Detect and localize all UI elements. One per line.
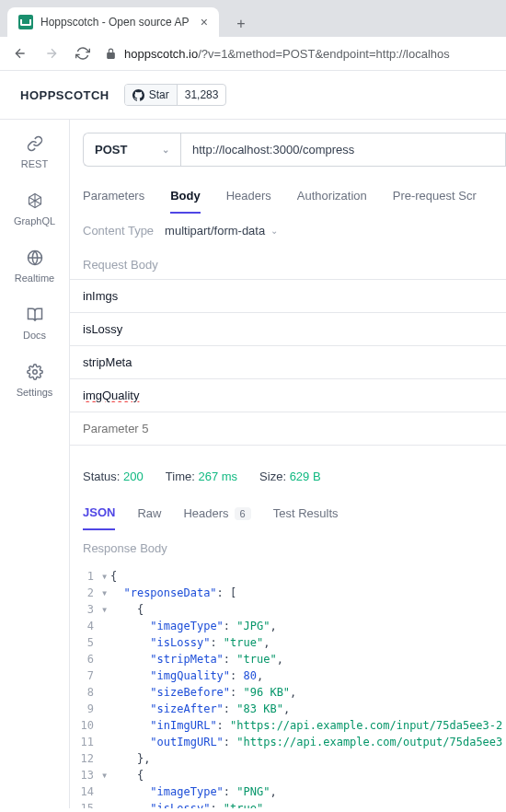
- github-star-button[interactable]: Star: [125, 85, 178, 105]
- lock-icon: [105, 48, 117, 60]
- headers-count-badge: 6: [235, 507, 251, 520]
- tab-headers[interactable]: Headers: [226, 183, 271, 214]
- fold-icon: [101, 717, 110, 734]
- tab-headers[interactable]: Headers 6: [183, 501, 250, 529]
- request-bar: POST ⌄ http://localhost:3000/compress: [70, 120, 506, 180]
- line-number: 5: [70, 634, 101, 651]
- fold-icon[interactable]: ▾: [101, 568, 110, 585]
- fold-icon: [101, 618, 110, 634]
- sidebar-item-label: Realtime: [15, 273, 54, 284]
- code-line: 15 "isLossy": "true",: [70, 800, 506, 808]
- sidebar-item-label: Settings: [17, 387, 53, 398]
- browser-tab[interactable]: Hoppscotch - Open source AP ×: [7, 7, 219, 37]
- sidebar: RESTGraphQLRealtimeDocsSettings: [0, 120, 70, 808]
- content-type-label: Content Type: [83, 224, 154, 238]
- param-row: [70, 313, 506, 346]
- close-icon[interactable]: ×: [201, 15, 208, 29]
- globe-icon: [26, 249, 44, 267]
- tab-test-results[interactable]: Test Results: [273, 501, 339, 529]
- code-line: 1▾{: [70, 568, 506, 585]
- code-line: 7 "imgQuality": 80,: [70, 667, 506, 684]
- fold-icon[interactable]: ▾: [101, 585, 110, 601]
- back-button[interactable]: [11, 44, 29, 63]
- fold-icon: [101, 800, 110, 808]
- size-value: 629 B: [290, 470, 321, 483]
- content-type-select[interactable]: multipart/form-data ⌄: [165, 224, 278, 238]
- fold-icon: [101, 684, 110, 701]
- line-number: 7: [70, 667, 101, 684]
- graphql-icon: [26, 191, 44, 210]
- fold-icon: [101, 783, 110, 800]
- line-number: 4: [70, 618, 101, 634]
- param-row: [70, 379, 506, 412]
- code-line: 11 "outImgURL": "https://api.example.com…: [70, 734, 506, 750]
- chevron-down-icon: ⌄: [162, 145, 169, 155]
- code-line: 3▾ {: [70, 601, 506, 618]
- fold-icon: [101, 750, 110, 767]
- forward-button[interactable]: [42, 44, 61, 63]
- sidebar-item-label: REST: [21, 158, 48, 169]
- sidebar-item-rest[interactable]: REST: [21, 134, 48, 169]
- github-star[interactable]: Star 31,283: [124, 84, 227, 106]
- code-line: 13▾ {: [70, 767, 506, 783]
- fold-icon: [101, 701, 110, 717]
- code-line: 6 "stripMeta": "true",: [70, 651, 506, 667]
- sidebar-item-docs[interactable]: Docs: [23, 306, 46, 341]
- code-line: 8 "sizeBefore": "96 KB",: [70, 684, 506, 701]
- method-select[interactable]: POST ⌄: [83, 133, 180, 167]
- tab-raw[interactable]: Raw: [137, 501, 161, 529]
- param-key-input[interactable]: [83, 422, 493, 435]
- tab-authorization[interactable]: Authorization: [297, 183, 367, 214]
- response-tabs: JSON Raw Headers 6 Test Results: [70, 494, 506, 530]
- browser-chrome: Hoppscotch - Open source AP × + hoppscot…: [0, 0, 506, 71]
- line-number: 13: [70, 767, 101, 783]
- tab-parameters[interactable]: Parameters: [83, 183, 144, 214]
- main-panel: POST ⌄ http://localhost:3000/compress Pa…: [70, 120, 506, 808]
- content-type-row: Content Type multipart/form-data ⌄: [70, 215, 506, 247]
- code-line: 5 "isLossy": "true",: [70, 634, 506, 651]
- code-line: 2▾ "responseData": [: [70, 585, 506, 601]
- param-key-input[interactable]: [83, 322, 493, 336]
- fold-icon[interactable]: ▾: [101, 601, 110, 618]
- response-status: Status: 200 Time: 267 ms Size: 629 B: [70, 446, 506, 494]
- fold-icon[interactable]: ▾: [101, 767, 110, 783]
- sidebar-item-label: Docs: [23, 330, 46, 341]
- param-key-input[interactable]: [83, 289, 493, 303]
- response-code: 1▾{2▾ "responseData": [3▾ {4 "imageType"…: [70, 563, 506, 808]
- fold-icon: [101, 651, 110, 667]
- tab-pre-request-scr[interactable]: Pre-request Scr: [393, 183, 477, 214]
- new-tab-button[interactable]: +: [228, 11, 254, 37]
- svg-point-1: [32, 370, 37, 375]
- sidebar-item-settings[interactable]: Settings: [17, 363, 53, 398]
- reload-button[interactable]: [74, 44, 92, 63]
- request-body-title: Request Body: [70, 247, 506, 279]
- request-tabs: ParametersBodyHeadersAuthorizationPre-re…: [70, 180, 506, 215]
- param-row: [70, 412, 506, 446]
- param-key-input[interactable]: [83, 355, 493, 369]
- fold-icon: [101, 634, 110, 651]
- app-header: HOPPSCOTCH Star 31,283: [0, 71, 506, 120]
- tab-body[interactable]: Body: [170, 183, 201, 214]
- github-star-count: 31,283: [178, 85, 226, 105]
- param-row: [70, 280, 506, 313]
- time-label: Time:: [166, 470, 195, 483]
- param-key-input[interactable]: [83, 389, 493, 402]
- code-line: 10 "inImgURL": "https://api.example.com/…: [70, 717, 506, 734]
- link-icon: [26, 134, 44, 153]
- response-body-title: Response Body: [70, 530, 506, 563]
- tab-json[interactable]: JSON: [83, 500, 115, 530]
- code-line: 9 "sizeAfter": "83 KB",: [70, 701, 506, 717]
- url-bar[interactable]: hoppscotch.io/?v=1&method=POST&endpoint=…: [105, 47, 495, 61]
- github-star-label: Star: [149, 88, 169, 101]
- line-number: 10: [70, 717, 101, 734]
- sidebar-item-realtime[interactable]: Realtime: [15, 249, 54, 284]
- favicon-icon: [18, 15, 33, 29]
- endpoint-input[interactable]: http://localhost:3000/compress: [180, 133, 506, 167]
- param-row: [70, 346, 506, 379]
- tab-title: Hoppscotch - Open source AP: [40, 16, 193, 29]
- sidebar-item-graphql[interactable]: GraphQL: [14, 191, 55, 226]
- github-icon: [132, 89, 144, 101]
- gear-icon: [26, 363, 44, 381]
- code-line: 14 "imageType": "PNG",: [70, 783, 506, 800]
- line-number: 11: [70, 734, 101, 750]
